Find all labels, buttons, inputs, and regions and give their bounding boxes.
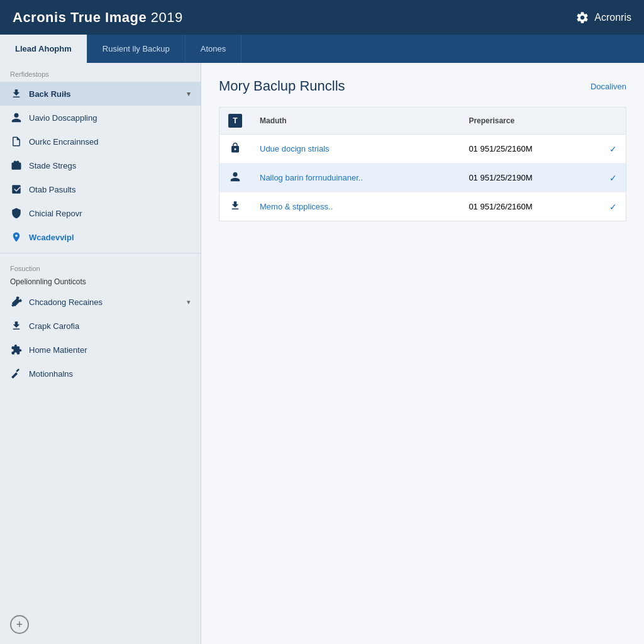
- sidebar-item-chcadong[interactable]: Chcadong Recaines ▾: [0, 290, 201, 314]
- sidebar-item-label: Uavio Doscappling: [29, 113, 97, 123]
- docaliven-link[interactable]: Docaliven: [591, 82, 626, 91]
- puzzle-icon: [10, 343, 23, 356]
- tools-icon: [10, 159, 23, 172]
- row-name[interactable]: Nallog barin forrnuduinaner..: [251, 164, 460, 192]
- gear-icon[interactable]: [575, 11, 589, 25]
- col-name-header: Maduth: [251, 108, 460, 135]
- sidebar-item-label: Ourkc Encrainnsed: [29, 137, 99, 147]
- row-value: 01 951/25/2190M: [460, 164, 601, 192]
- content-header: Mory Baclup Runclls Docaliven: [219, 78, 626, 94]
- sidebar-section1-label: Rerfidestops: [0, 63, 201, 82]
- sidebar-item-ourkc[interactable]: Ourkc Encrainnsed: [0, 130, 201, 153]
- sidebar-item-label: Stade Stregs: [29, 161, 76, 170]
- row-icon-cell: [219, 164, 252, 192]
- backup-table: T Maduth Preperisarce Udue docign strial…: [219, 107, 626, 221]
- user-icon: [10, 111, 23, 124]
- row-name[interactable]: Memo & stpplicess..: [251, 192, 460, 221]
- tab-atones[interactable]: Atones: [186, 35, 242, 63]
- row-name[interactable]: Udue docign strials: [251, 135, 460, 164]
- sidebar-item-back-ruils[interactable]: Back Ruiłs ▾: [0, 82, 201, 106]
- chevron-icon: ▾: [187, 298, 191, 306]
- add-button[interactable]: +: [10, 615, 29, 634]
- col-icon-header: T: [219, 108, 252, 135]
- sidebar-item-home[interactable]: Home Matienter: [0, 338, 201, 362]
- document-icon: [10, 135, 23, 148]
- sidebar-item-label: Wcadevvipl: [29, 233, 74, 242]
- content-area: Mory Baclup Runclls Docaliven T Maduth P…: [201, 63, 644, 644]
- tab-bar: Llead Ahophm Rusient lly Backup Atones: [0, 35, 644, 63]
- app-header: Acronis True Image 2019 Acronris: [0, 0, 644, 35]
- row-icon-cell: [219, 135, 252, 164]
- col-check-header: [601, 108, 626, 135]
- app-title: Acronis True Image 2019: [13, 9, 183, 26]
- sidebar-item-stade[interactable]: Stade Stregs: [0, 153, 201, 177]
- sidebar-divider: [0, 253, 201, 253]
- sidebar-section2-label: Fosuction: [0, 257, 201, 276]
- t-badge: T: [228, 114, 242, 128]
- row-icon-cell: [219, 192, 252, 221]
- sidebar-item-motion[interactable]: Motionhalns: [0, 362, 201, 386]
- sidebar-item-label: Back Ruiłs: [29, 89, 70, 99]
- row-value: 01 951/26/2160M: [460, 192, 601, 221]
- pin2-icon: [10, 367, 23, 380]
- chevron-icon: ▾: [187, 90, 191, 98]
- download-icon: [10, 319, 23, 332]
- tab-rusiently[interactable]: Rusient lly Backup: [87, 35, 186, 63]
- lock-icon: [230, 142, 241, 153]
- row-check: ✓: [601, 135, 626, 164]
- header-right: Acronris: [575, 11, 631, 25]
- sidebar-section2-sublabel: Opelionnling Ounticots: [0, 276, 201, 290]
- shield-icon: [10, 207, 23, 219]
- sidebar-item-wcadew[interactable]: Wcadevvipl: [0, 225, 201, 249]
- table-row[interactable]: Memo & stpplicess.. 01 951/26/2160M ✓: [219, 192, 626, 221]
- backup-icon: [10, 87, 23, 100]
- wrench-icon: [10, 296, 23, 308]
- sidebar-item-crapk[interactable]: Crapk Carofia: [0, 314, 201, 338]
- content-title: Mory Baclup Runclls: [219, 78, 345, 94]
- table-row[interactable]: Nallog barin forrnuduinaner.. 01 951/25/…: [219, 164, 626, 192]
- download-row-icon: [230, 200, 241, 211]
- results-icon: [10, 183, 23, 196]
- sidebar: Rerfidestops Back Ruiłs ▾ Uavio Doscappl…: [0, 63, 201, 644]
- row-check: ✓: [601, 192, 626, 221]
- sidebar-item-label: Otab Pasults: [29, 185, 75, 194]
- sidebar-item-label: Chicial Repovr: [29, 209, 82, 218]
- sidebar-item-otab[interactable]: Otab Pasults: [0, 177, 201, 201]
- main-layout: Rerfidestops Back Ruiłs ▾ Uavio Doscappl…: [0, 63, 644, 644]
- sidebar-item-label: Chcadong Recaines: [29, 297, 103, 307]
- sidebar-item-label: Crapk Carofia: [29, 321, 79, 331]
- table-row[interactable]: Udue docign strials 01 951/25/2160M ✓: [219, 135, 626, 164]
- row-value: 01 951/25/2160M: [460, 135, 601, 164]
- brand-label: Acronris: [594, 12, 631, 23]
- pin-icon: [10, 231, 23, 243]
- sidebar-item-label: Home Matienter: [29, 345, 87, 355]
- col-value-header: Preperisarce: [460, 108, 601, 135]
- user-row-icon: [230, 171, 241, 182]
- sidebar-item-label: Motionhalns: [29, 369, 73, 379]
- tab-llead[interactable]: Llead Ahophm: [0, 35, 87, 63]
- row-check: ✓: [601, 164, 626, 192]
- sidebar-item-chicial[interactable]: Chicial Repovr: [0, 201, 201, 225]
- sidebar-item-uavio[interactable]: Uavio Doscappling: [0, 106, 201, 130]
